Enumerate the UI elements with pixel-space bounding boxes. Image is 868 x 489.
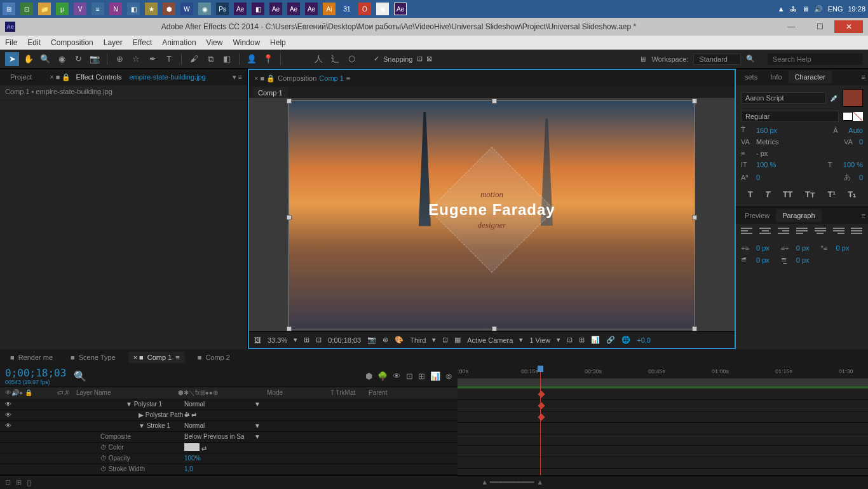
- preview-tab[interactable]: Preview: [738, 209, 776, 222]
- menu-edit[interactable]: Edit: [27, 38, 41, 47]
- tl-footer-icon[interactable]: ⊞: [16, 478, 22, 486]
- justify-all[interactable]: [851, 228, 862, 237]
- kerning[interactable]: Metrics: [756, 138, 778, 146]
- task-icon[interactable]: W: [180, 3, 193, 15]
- start-icon[interactable]: ⊞: [3, 3, 15, 15]
- effect-controls-tab[interactable]: Effect Controls: [71, 71, 126, 83]
- task-icon[interactable]: ◧: [252, 3, 264, 15]
- roto-tool[interactable]: 👤: [245, 52, 259, 66]
- zoom-tool[interactable]: 🔍: [38, 52, 52, 66]
- rotate-tool[interactable]: ↻: [71, 52, 85, 66]
- view-icon[interactable]: 📊: [591, 336, 600, 344]
- snapping-checkbox[interactable]: ✓: [374, 55, 379, 63]
- menu-help[interactable]: Help: [270, 38, 286, 47]
- tl-tab-scene[interactable]: ■ Scene Type: [65, 352, 121, 363]
- composition-viewer[interactable]: motion Eugene Faraday designer: [249, 98, 735, 331]
- space-before[interactable]: 0 px: [756, 256, 770, 264]
- composition-tab[interactable]: Composition: [278, 74, 316, 82]
- clock[interactable]: 19:28: [848, 5, 865, 13]
- selection-tool[interactable]: ➤: [5, 52, 19, 66]
- font-style-select[interactable]: Regular: [741, 111, 839, 122]
- timeline-tracks[interactable]: :00s 00:15s 00:30s 00:45s 01:00s 01:15s …: [458, 366, 868, 475]
- color-swatch[interactable]: [843, 89, 863, 107]
- menu-view[interactable]: View: [207, 38, 223, 47]
- col-layername[interactable]: Layer Name: [76, 389, 178, 396]
- minimize-button[interactable]: —: [777, 20, 806, 33]
- maximize-button[interactable]: ☐: [806, 20, 834, 33]
- menu-window[interactable]: Window: [233, 38, 260, 47]
- grid-icon[interactable]: ⊞: [304, 336, 309, 344]
- tray-icon[interactable]: ▲: [778, 5, 785, 13]
- view-icon[interactable]: ⊡: [567, 336, 573, 344]
- tl-icon[interactable]: ⊞: [418, 371, 425, 381]
- zoom-slider[interactable]: ▲ ━━━━━━━━━━ ▲: [481, 478, 543, 486]
- task-icon[interactable]: Ps: [216, 3, 229, 15]
- tl-icon[interactable]: 📊: [430, 371, 440, 381]
- task-icon[interactable]: N: [109, 3, 122, 15]
- space-after[interactable]: 0 px: [796, 256, 810, 264]
- axis-icon[interactable]: 辶: [328, 52, 342, 66]
- pen-tool[interactable]: ✒: [146, 52, 159, 66]
- tl-icon[interactable]: 🌳: [377, 371, 388, 381]
- snapshot-icon[interactable]: 📷: [367, 336, 376, 344]
- tl-tab-render[interactable]: ■ Render me: [5, 352, 58, 363]
- task-icon[interactable]: Ae: [305, 3, 318, 15]
- align-center[interactable]: [759, 228, 771, 237]
- col-mode[interactable]: Mode: [267, 389, 330, 396]
- paragraph-tab[interactable]: Paragraph: [776, 209, 821, 222]
- language-indicator[interactable]: ENG: [828, 5, 843, 13]
- tl-icon[interactable]: ⊡: [406, 371, 413, 381]
- task-icon[interactable]: ⊡: [20, 3, 33, 15]
- justify-right[interactable]: [833, 228, 844, 237]
- playhead[interactable]: [540, 366, 541, 475]
- task-icon[interactable]: μ: [56, 3, 69, 15]
- task-icon[interactable]: Ai: [323, 3, 336, 15]
- italic-button[interactable]: T: [765, 189, 770, 199]
- align-left[interactable]: [741, 228, 752, 237]
- view-icon[interactable]: ⊞: [579, 336, 585, 344]
- close-button[interactable]: ✕: [834, 20, 863, 33]
- tray-icon[interactable]: 🔊: [814, 5, 823, 13]
- font-select[interactable]: Aaron Script: [741, 92, 826, 104]
- subscript-button[interactable]: T₁: [848, 189, 856, 199]
- task-icon[interactable]: ★: [145, 3, 158, 15]
- tsume[interactable]: 0: [859, 174, 863, 181]
- workspace-select[interactable]: Standard: [693, 53, 741, 65]
- task-icon[interactable]: Ae: [394, 3, 407, 15]
- comp-badge[interactable]: Comp 1: [253, 87, 288, 99]
- guides-icon[interactable]: ⊡: [316, 336, 322, 344]
- task-icon[interactable]: ⬢: [163, 3, 175, 15]
- search-input[interactable]: [768, 53, 863, 65]
- zoom-level[interactable]: 33.3%: [268, 336, 287, 344]
- task-icon[interactable]: Ae: [269, 3, 282, 15]
- view-icon[interactable]: 🔗: [606, 336, 615, 344]
- menu-composition[interactable]: Composition: [51, 38, 93, 47]
- stroke-width[interactable]: - px: [756, 149, 768, 157]
- task-icon[interactable]: ◉: [198, 3, 211, 15]
- sets-tab[interactable]: sets: [738, 71, 764, 83]
- task-icon[interactable]: Ae: [234, 3, 247, 15]
- justify-left[interactable]: [796, 228, 808, 237]
- menu-effect[interactable]: Effect: [133, 38, 152, 47]
- tl-icon[interactable]: ⊚: [445, 371, 452, 381]
- task-icon[interactable]: ◉: [376, 3, 389, 15]
- clone-tool[interactable]: ⧉: [203, 52, 217, 66]
- tray-icon[interactable]: 🖥: [802, 5, 809, 13]
- tl-footer-icon[interactable]: ⊡: [5, 478, 11, 486]
- orbit-tool[interactable]: ◉: [55, 52, 69, 66]
- puppet-tool[interactable]: 📍: [261, 52, 275, 66]
- brush-tool[interactable]: 🖌: [187, 52, 201, 66]
- resolution-select[interactable]: Third: [410, 336, 426, 344]
- viewer-time[interactable]: 0;00;18;03: [328, 336, 361, 344]
- tl-footer-icon[interactable]: {}: [27, 479, 31, 486]
- task-icon[interactable]: V: [74, 3, 86, 15]
- axis-icon[interactable]: ⬡: [344, 52, 358, 66]
- indent-right[interactable]: 0 px: [796, 244, 810, 252]
- align-right[interactable]: [778, 228, 789, 237]
- tl-icon[interactable]: ⬢: [365, 371, 372, 381]
- tracking[interactable]: 0: [859, 138, 863, 146]
- menu-layer[interactable]: Layer: [104, 38, 123, 47]
- search-icon[interactable]: 🔍: [74, 370, 86, 382]
- snap-icon[interactable]: ⊡: [417, 55, 423, 63]
- transparency-icon[interactable]: ▦: [454, 336, 461, 344]
